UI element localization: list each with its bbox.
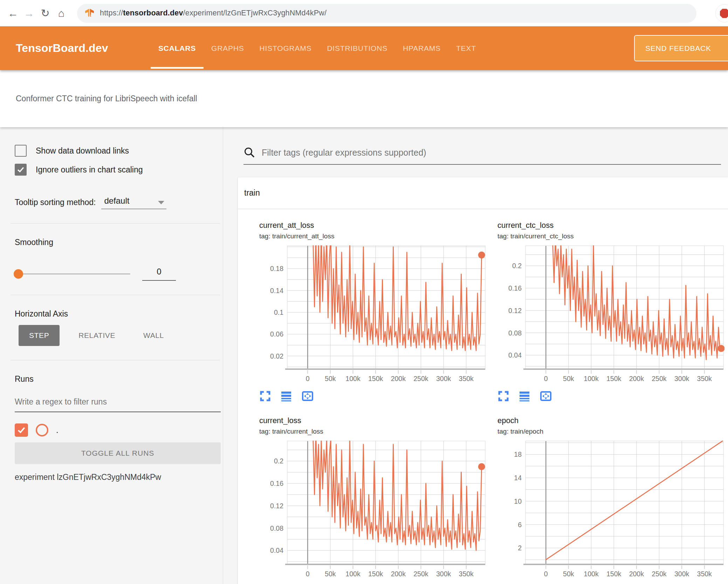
tab-distributions[interactable]: DISTRIBUTIONS: [319, 26, 395, 70]
show-download-links-row: Show data download links: [15, 145, 223, 157]
filter-tags-field[interactable]: Filter tags (regular expressions support…: [243, 147, 721, 165]
ignore-outliers-row: Ignore outliers in chart scaling: [15, 164, 223, 176]
svg-text:150k: 150k: [606, 375, 621, 382]
svg-text:250k: 250k: [413, 570, 428, 578]
chart-tag: tag: train/current_att_loss: [259, 232, 489, 240]
forward-icon[interactable]: →: [21, 7, 37, 19]
chevron-down-icon: [158, 201, 164, 204]
svg-text:0.2: 0.2: [274, 457, 283, 465]
run-row: .: [15, 423, 223, 437]
runs-filter-input[interactable]: Write a regex to filter runs: [15, 397, 221, 412]
experiment-title: Conformer CTC training for LibriSpeech w…: [16, 94, 197, 103]
screen: ← → ↻ ⌂ https://tensorboard.dev/experime…: [0, 0, 728, 584]
fit-domain-icon[interactable]: [301, 390, 314, 402]
runs-label: Runs: [15, 374, 223, 384]
sidebar: Show data download links Ignore outliers…: [0, 127, 223, 584]
svg-text:0: 0: [544, 570, 548, 578]
show-download-links-checkbox[interactable]: [15, 145, 27, 157]
toggle-all-runs-button[interactable]: TOGGLE ALL RUNS: [15, 442, 221, 464]
experiment-title-bar: Conformer CTC training for LibriSpeech w…: [0, 70, 728, 127]
home-icon[interactable]: ⌂: [53, 7, 69, 19]
charts-grid: current_att_loss tag: train/current_att_…: [238, 210, 728, 579]
svg-text:350k: 350k: [459, 570, 474, 578]
search-icon: [243, 147, 255, 158]
nav-tabs: SCALARS GRAPHS HISTOGRAMS DISTRIBUTIONS …: [151, 26, 484, 70]
svg-text:100k: 100k: [584, 570, 599, 578]
tab-histograms[interactable]: HISTOGRAMS: [252, 26, 320, 70]
check-icon: [17, 427, 26, 434]
chart-tag: tag: train/current_ctc_loss: [497, 232, 727, 240]
svg-text:50k: 50k: [563, 375, 574, 382]
tensorboard-favicon: [85, 8, 94, 18]
fullscreen-icon[interactable]: [259, 390, 271, 402]
fullscreen-icon[interactable]: [497, 390, 509, 402]
svg-text:0.12: 0.12: [270, 502, 283, 510]
section-header-train[interactable]: train: [238, 177, 728, 210]
svg-text:150k: 150k: [368, 375, 383, 382]
svg-text:0.1: 0.1: [274, 308, 283, 316]
ignore-outliers-checkbox[interactable]: [15, 164, 27, 176]
svg-text:0.08: 0.08: [270, 524, 283, 532]
app-logo: TensorBoard.dev: [16, 42, 108, 55]
svg-text:300k: 300k: [436, 570, 451, 578]
log-scale-icon[interactable]: [280, 390, 292, 402]
smoothing-label: Smoothing: [15, 238, 223, 247]
axis-step-button[interactable]: STEP: [19, 325, 60, 346]
svg-text:0.2: 0.2: [512, 262, 522, 270]
run-checkbox[interactable]: [15, 423, 28, 437]
svg-text:350k: 350k: [697, 570, 712, 578]
tab-scalars[interactable]: SCALARS: [151, 26, 204, 70]
svg-text:200k: 200k: [391, 375, 406, 382]
smoothing-slider[interactable]: [15, 273, 130, 274]
send-feedback-button[interactable]: SEND FEEDBACK: [634, 35, 728, 61]
reload-icon[interactable]: ↻: [37, 7, 53, 19]
chart-title: current_att_loss: [259, 221, 489, 230]
browser-chrome: ← → ↻ ⌂ https://tensorboard.dev/experime…: [0, 0, 728, 26]
log-scale-icon[interactable]: [518, 390, 530, 402]
divider: [11, 295, 220, 295]
svg-text:350k: 350k: [459, 375, 474, 382]
show-download-links-label: Show data download links: [36, 146, 129, 156]
svg-text:200k: 200k: [629, 375, 644, 382]
svg-text:0.12: 0.12: [508, 307, 522, 314]
smoothing-slider-row: 0: [15, 267, 223, 281]
svg-text:100k: 100k: [584, 375, 599, 382]
svg-text:150k: 150k: [606, 570, 621, 578]
svg-text:14: 14: [514, 474, 522, 482]
fit-domain-icon[interactable]: [540, 390, 552, 402]
svg-text:200k: 200k: [391, 570, 406, 578]
svg-text:50k: 50k: [325, 570, 336, 578]
chart-tag: tag: train/epoch: [497, 428, 727, 435]
svg-text:250k: 250k: [652, 375, 667, 382]
svg-text:300k: 300k: [674, 375, 689, 382]
smoothing-slider-thumb[interactable]: [14, 269, 23, 279]
tab-hparams[interactable]: HPARAMS: [395, 26, 448, 70]
main-area: Filter tags (regular expressions support…: [223, 127, 728, 584]
tab-text[interactable]: TEXT: [448, 26, 484, 70]
chart-plot[interactable]: 050k100k150k200k250k300k350k18141062: [497, 440, 727, 579]
chart-toolbar: [497, 390, 727, 402]
svg-text:100k: 100k: [345, 375, 360, 382]
svg-text:10: 10: [514, 497, 522, 505]
back-icon[interactable]: ←: [5, 7, 21, 19]
axis-wall-button[interactable]: WALL: [134, 325, 173, 346]
tab-graphs[interactable]: GRAPHS: [204, 26, 252, 70]
run-color-swatch: [36, 424, 48, 436]
adblock-extension-icon[interactable]: [715, 4, 728, 22]
chart-plot[interactable]: 050k100k150k200k250k300k350k0.20.160.120…: [259, 440, 489, 579]
divider: [11, 223, 220, 224]
smoothing-value[interactable]: 0: [142, 267, 176, 281]
url-bar[interactable]: https://tensorboard.dev/experiment/lzGnE…: [77, 4, 696, 23]
horizontal-axis-toggle: STEP RELATIVE WALL: [19, 325, 223, 346]
experiment-id-label: experiment lzGnETjwRxC3yghNMd4kPw: [15, 473, 223, 482]
svg-text:250k: 250k: [652, 570, 667, 578]
svg-text:0.02: 0.02: [270, 352, 283, 360]
tooltip-sorting-select[interactable]: default: [101, 195, 166, 209]
chart-title: epoch: [497, 416, 727, 425]
content: Show data download links Ignore outliers…: [0, 127, 728, 584]
chart-plot[interactable]: 050k100k150k200k250k300k350k0.20.160.120…: [497, 245, 727, 384]
chart-plot[interactable]: 050k100k150k200k250k300k350k0.180.140.10…: [259, 245, 489, 384]
axis-relative-button[interactable]: RELATIVE: [69, 325, 124, 346]
divider: [11, 360, 220, 360]
url-domain: tensorboard.dev: [123, 9, 183, 17]
